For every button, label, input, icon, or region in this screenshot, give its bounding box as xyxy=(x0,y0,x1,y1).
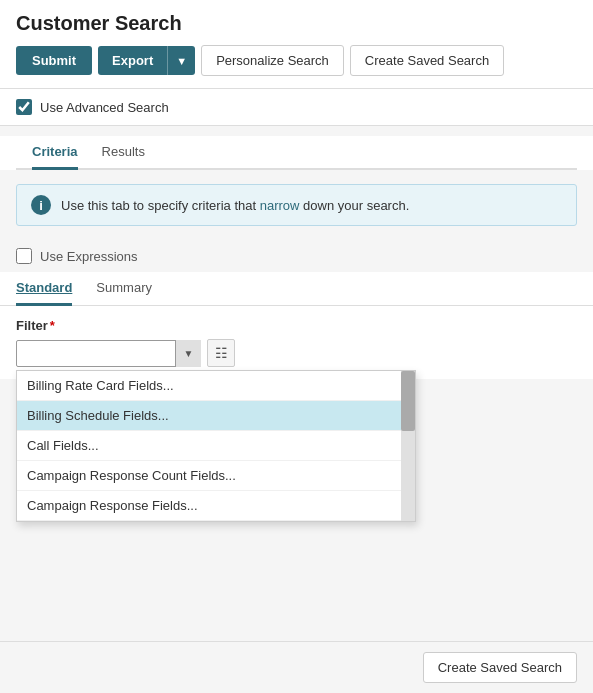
dropdown-item-0[interactable]: Billing Rate Card Fields... xyxy=(17,371,415,401)
expressions-bar: Use Expressions xyxy=(0,240,593,272)
use-expressions-checkbox[interactable] xyxy=(16,248,32,264)
filter-input-row: ▼ Billing Rate Card Fields... Billing Sc… xyxy=(16,339,577,367)
filter-icon-button[interactable]: ☷ xyxy=(207,339,235,367)
dropdown-scroll-thumb xyxy=(401,371,415,431)
export-button[interactable]: Export xyxy=(98,46,167,75)
dropdown-container: ▼ Billing Rate Card Fields... Billing Sc… xyxy=(16,340,201,367)
dropdown-item-4[interactable]: Campaign Response Fields... xyxy=(17,491,415,521)
tab-results[interactable]: Results xyxy=(102,136,145,170)
create-saved-search-button-bottom[interactable]: Create Saved Search xyxy=(423,652,577,683)
advanced-search-label[interactable]: Use Advanced Search xyxy=(40,100,169,115)
filter-label: Filter* xyxy=(16,318,577,333)
main-tabs-bar: Criteria Results xyxy=(16,136,577,170)
dropdown-items-wrapper: Billing Rate Card Fields... Billing Sche… xyxy=(17,371,415,521)
dropdown-item-1[interactable]: Billing Schedule Fields... xyxy=(17,401,415,431)
page-container: Customer Search Submit Export ▼ Personal… xyxy=(0,0,593,693)
use-expressions-label[interactable]: Use Expressions xyxy=(40,249,138,264)
advanced-search-bar: Use Advanced Search xyxy=(0,89,593,126)
create-saved-search-button-top[interactable]: Create Saved Search xyxy=(350,45,504,76)
toolbar: Submit Export ▼ Personalize Search Creat… xyxy=(16,45,577,88)
narrow-link[interactable]: narrow xyxy=(260,198,300,213)
dropdown-item-2[interactable]: Call Fields... xyxy=(17,431,415,461)
personalize-search-button[interactable]: Personalize Search xyxy=(201,45,344,76)
required-star: * xyxy=(50,318,55,333)
dropdown-item-3[interactable]: Campaign Response Count Fields... xyxy=(17,461,415,491)
export-caret-button[interactable]: ▼ xyxy=(167,46,195,75)
info-text: Use this tab to specify criteria that na… xyxy=(61,198,409,213)
main-tabs-container: Criteria Results xyxy=(0,136,593,170)
bottom-area: Create Saved Search xyxy=(0,641,593,693)
page-title: Customer Search xyxy=(16,12,577,35)
tab-standard[interactable]: Standard xyxy=(16,272,72,306)
dropdown-scrollbar[interactable] xyxy=(401,371,415,521)
info-box: i Use this tab to specify criteria that … xyxy=(16,184,577,226)
filter-select-wrapper: ▼ xyxy=(16,340,201,367)
tab-criteria[interactable]: Criteria xyxy=(32,136,78,170)
submit-button[interactable]: Submit xyxy=(16,46,92,75)
info-icon: i xyxy=(31,195,51,215)
advanced-search-checkbox[interactable] xyxy=(16,99,32,115)
dropdown-list: Billing Rate Card Fields... Billing Sche… xyxy=(16,370,416,522)
tab-summary[interactable]: Summary xyxy=(96,272,152,306)
page-header: Customer Search Submit Export ▼ Personal… xyxy=(0,0,593,89)
inner-tabs-bar: Standard Summary xyxy=(0,272,593,306)
filter-input[interactable] xyxy=(16,340,201,367)
export-group: Export ▼ xyxy=(98,46,195,75)
filter-section: Filter* ▼ Billing Rate Card Fields... Bi… xyxy=(0,306,593,379)
